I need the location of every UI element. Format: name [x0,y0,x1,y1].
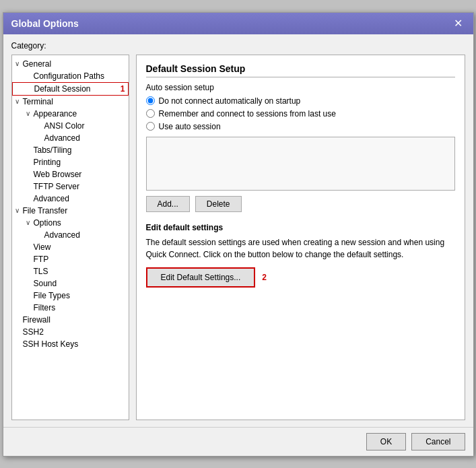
tree-item-view[interactable]: View [12,241,129,253]
tree-label-terminal: Terminal [23,97,126,106]
tree-label-general: General [23,59,126,69]
settings-panel: Default Session Setup Auto session setup… [136,55,465,420]
content-area: ∨GeneralConfiguration PathsDefault Sessi… [11,55,465,420]
section-title: Default Session Setup [146,63,455,77]
tree-item-tftp-server[interactable]: TFTP Server [12,180,129,193]
edit-default-settings-button[interactable]: Edit Default Settings... [146,267,256,288]
radio-no-connect-label: Do not connect automatically on startup [159,96,301,106]
tree-item-options[interactable]: ∨Options [12,217,129,229]
tree-label-tftp-server: TFTP Server [34,182,126,191]
tree-item-general[interactable]: ∨General [12,58,129,70]
radio-no-connect[interactable]: Do not connect automatically on startup [146,96,455,106]
sessions-listbox[interactable] [146,137,455,191]
edit-section: Edit default settings The default sessio… [146,223,455,288]
add-button[interactable]: Add... [146,196,190,212]
tree-label-tabs-tiling: Tabs/Tiling [34,145,126,155]
cancel-button[interactable]: Cancel [411,433,465,450]
tree-label-web-browser: Web Browser [34,170,126,179]
tree-item-configuration-paths[interactable]: Configuration Paths [12,70,129,82]
close-button[interactable]: ✕ [451,18,465,29]
edit-section-desc: The default session settings are used wh… [146,236,455,261]
tree-label-default-session: Default Session [34,84,118,94]
tree-item-file-types[interactable]: File Types [12,290,129,302]
session-buttons: Add... Delete [146,196,455,212]
radio-use-auto-input[interactable] [146,122,155,131]
tree-item-sound[interactable]: Sound [12,277,129,290]
radio-remember-connect-input[interactable] [146,109,155,118]
tree-label-file-types: File Types [34,291,126,300]
dialog-footer: OK Cancel [3,427,473,456]
tree-item-ssh2[interactable]: SSH2 [12,326,129,338]
dialog-title: Global Options [11,18,79,29]
tree-label-file-transfer: File Transfer [23,206,126,215]
tree-label-printing: Printing [34,158,126,167]
dialog-body: Category: ∨GeneralConfiguration PathsDef… [3,34,473,427]
tree-label-advanced-appearance: Advanced [44,133,126,143]
tree-item-web-browser[interactable]: Web Browser [12,168,129,180]
tree-label-ansi-color: ANSI Color [44,121,126,131]
global-options-dialog: Global Options ✕ Category: ∨GeneralConfi… [3,12,474,457]
tree-label-options: Options [34,218,126,228]
edit-badge: 2 [262,273,267,282]
tree-arrow-file-transfer: ∨ [15,207,23,214]
tree-label-ssh2: SSH2 [23,327,126,337]
tree-label-advanced-options: Advanced [44,230,126,240]
ok-button[interactable]: OK [366,433,406,450]
tree-item-default-session[interactable]: Default Session1 [12,82,129,96]
radio-no-connect-input[interactable] [146,96,155,105]
radio-group: Do not connect automatically on startup … [146,96,455,131]
radio-remember-connect[interactable]: Remember and connect to sessions from la… [146,109,455,119]
edit-section-title: Edit default settings [146,223,455,232]
tree-item-tls[interactable]: TLS [12,265,129,277]
radio-use-auto-label: Use auto session [159,122,221,131]
tree-label-advanced-terminal: Advanced [34,194,126,203]
tree-item-filters[interactable]: Filters [12,302,129,314]
tree-label-ssh-host-keys: SSH Host Keys [23,339,126,349]
auto-session-title: Auto session setup [146,83,455,92]
tree-label-tls: TLS [34,267,126,276]
title-bar: Global Options ✕ [3,13,473,34]
delete-button[interactable]: Delete [195,196,242,212]
tree-label-configuration-paths: Configuration Paths [34,71,126,81]
tree-label-firewall: Firewall [23,315,126,325]
category-tree[interactable]: ∨GeneralConfiguration PathsDefault Sessi… [11,55,129,420]
tree-item-tabs-tiling[interactable]: Tabs/Tiling [12,144,129,156]
tree-item-appearance[interactable]: ∨Appearance [12,108,129,120]
tree-item-printing[interactable]: Printing [12,156,129,168]
tree-label-view: View [34,242,126,252]
tree-label-filters: Filters [34,303,126,312]
tree-label-ftp: FTP [34,255,126,264]
tree-badge-default-session: 1 [121,84,125,94]
tree-item-advanced-options[interactable]: Advanced [12,229,129,241]
tree-label-sound: Sound [34,279,126,288]
radio-remember-connect-label: Remember and connect to sessions from la… [159,109,336,119]
tree-arrow-terminal: ∨ [15,98,23,105]
tree-item-ansi-color[interactable]: ANSI Color [12,120,129,132]
tree-label-appearance: Appearance [34,109,126,119]
tree-item-advanced-appearance[interactable]: Advanced [12,132,129,144]
tree-arrow-appearance: ∨ [26,110,34,117]
category-label: Category: [11,41,465,51]
tree-item-advanced-terminal[interactable]: Advanced [12,193,129,205]
tree-arrow-options: ∨ [26,219,34,226]
tree-arrow-general: ∨ [15,60,23,67]
radio-use-auto[interactable]: Use auto session [146,122,455,131]
tree-item-file-transfer[interactable]: ∨File Transfer [12,205,129,217]
tree-item-ftp[interactable]: FTP [12,253,129,265]
tree-item-terminal[interactable]: ∨Terminal [12,96,129,108]
tree-item-ssh-host-keys[interactable]: SSH Host Keys [12,338,129,350]
tree-item-firewall[interactable]: Firewall [12,314,129,326]
